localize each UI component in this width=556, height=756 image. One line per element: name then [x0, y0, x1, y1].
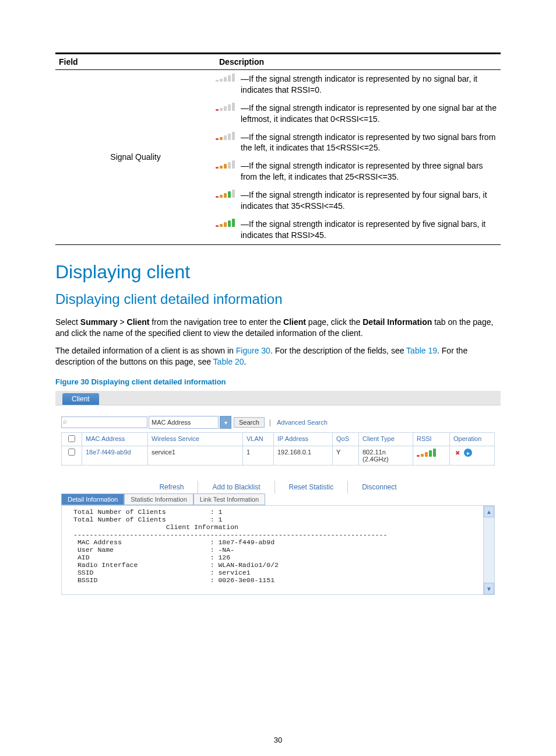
signal-text-1: —If the signal strength indicator is rep…	[241, 103, 501, 125]
col-vlan[interactable]: VLAN	[243, 433, 274, 446]
tab-detail-information[interactable]: Detail Information	[61, 494, 124, 505]
signal-item-1: —If the signal strength indicator is rep…	[216, 103, 501, 125]
detail-text: Total Number of Clients : 1 Total Number…	[62, 506, 494, 594]
page-number: 30	[0, 736, 556, 744]
cell-vlan: 1	[243, 446, 274, 465]
disconnect-icon[interactable]	[453, 449, 462, 457]
signal-bars-4-icon	[216, 190, 235, 198]
nav-client: Client	[127, 317, 150, 327]
cell-operation	[450, 446, 494, 465]
paragraph-1: Select Summary > Client from the navigat…	[55, 317, 501, 340]
signal-bars-5-icon	[216, 219, 235, 227]
scrollbar[interactable]: ▲ ▼	[483, 506, 494, 594]
chevron-down-icon[interactable]: ▾	[220, 416, 231, 429]
signal-item-5: —If the signal strength indicator is rep…	[216, 219, 501, 241]
add-blacklist-button[interactable]: Add to Blacklist	[198, 481, 275, 494]
tab-link-test-information[interactable]: Link Test Information	[193, 494, 265, 505]
signal-item-0: —If the signal strength indicator is rep…	[216, 74, 501, 96]
table-row: 18e7-f449-ab9d service1 1 192.168.0.1 Y …	[62, 446, 494, 465]
section-heading: Displaying client	[55, 261, 501, 283]
row-checkbox[interactable]	[62, 446, 82, 465]
cell-qos: Y	[333, 446, 359, 465]
signal-text-3: —If the signal strength indicator is rep…	[241, 160, 501, 183]
signal-text-5: —If the signal strength indicator is rep…	[241, 219, 501, 241]
tab-client[interactable]: Client	[62, 393, 99, 405]
signal-bars-3-icon	[216, 160, 235, 169]
col-wireless-service[interactable]: Wireless Service	[148, 433, 243, 446]
client-window: Client MAC Address ▾ Search | Advanced S…	[55, 391, 501, 595]
col-rssi[interactable]: RSSI	[413, 433, 450, 446]
signal-bars-0-icon	[216, 74, 235, 82]
col-mac[interactable]: MAC Address	[82, 433, 148, 446]
signal-bars-2-icon	[216, 132, 235, 140]
cell-ws: service1	[148, 446, 243, 465]
cell-client-type: 802.11n (2.4GHz)	[359, 446, 413, 465]
figure-caption: Figure 30 Displaying client detailed inf…	[55, 377, 501, 386]
signal-item-2: —If the signal strength indicator is rep…	[216, 132, 501, 154]
header-desc: Description	[219, 57, 501, 66]
col-ip[interactable]: IP Address	[274, 433, 333, 446]
signal-quality-row: Signal Quality —If the signal strength i…	[55, 70, 501, 245]
action-button-row: Refresh Add to Blacklist Reset Statistic…	[55, 481, 501, 494]
select-all-checkbox[interactable]	[62, 433, 82, 446]
signal-item-4: —If the signal strength indicator is rep…	[216, 190, 501, 212]
search-row: MAC Address ▾ Search | Advanced Search	[61, 416, 495, 429]
rssi-bars-icon	[417, 449, 436, 457]
reset-statistic-button[interactable]: Reset Statistic	[275, 481, 349, 494]
table-19-link[interactable]: Table 19	[406, 346, 437, 355]
scroll-down-icon[interactable]: ▼	[484, 583, 494, 594]
subsection-heading: Displaying client detailed information	[55, 291, 501, 307]
col-qos[interactable]: QoS	[333, 433, 359, 446]
scroll-up-icon[interactable]: ▲	[484, 506, 494, 517]
cell-ip: 192.168.0.1	[274, 446, 333, 465]
signal-item-3: —If the signal strength indicator is rep…	[216, 160, 501, 183]
advanced-search-link[interactable]: Advanced Search	[277, 419, 328, 426]
figure-30-link[interactable]: Figure 30	[236, 346, 270, 355]
table-20-link[interactable]: Table 20	[213, 357, 244, 366]
window-tabbar: Client	[55, 391, 501, 405]
signal-text-4: —If the signal strength indicator is rep…	[241, 190, 501, 212]
page-client: Client	[283, 317, 306, 327]
row-label: Signal Quality	[55, 74, 216, 241]
table-header-row: MAC Address Wireless Service VLAN IP Add…	[62, 433, 494, 446]
paragraph-2: The detailed information of a client is …	[55, 345, 501, 368]
client-table: MAC Address Wireless Service VLAN IP Add…	[61, 432, 495, 466]
detail-icon[interactable]	[464, 449, 472, 457]
signal-bars-1-icon	[216, 103, 235, 111]
signal-text-2: —If the signal strength indicator is rep…	[241, 132, 501, 154]
search-input[interactable]	[61, 416, 147, 428]
tab-statistic-information[interactable]: Statistic Information	[124, 494, 193, 505]
search-button[interactable]: Search	[234, 417, 265, 428]
col-operation[interactable]: Operation	[450, 433, 494, 446]
nav-summary: Summary	[80, 317, 118, 327]
mac-link[interactable]: 18e7-f449-ab9d	[86, 449, 131, 456]
disconnect-button[interactable]: Disconnect	[348, 481, 410, 494]
detail-panel: Total Number of Clients : 1 Total Number…	[61, 505, 495, 595]
tab-detail-info: Detail Information	[363, 317, 432, 327]
field-desc-header: Field Description	[55, 52, 501, 70]
cell-rssi	[413, 446, 450, 465]
search-field-select[interactable]: MAC Address	[149, 416, 219, 429]
col-client-type[interactable]: Client Type	[359, 433, 413, 446]
refresh-button[interactable]: Refresh	[145, 481, 198, 494]
header-field: Field	[55, 57, 219, 66]
detail-tabs: Detail Information Statistic Information…	[61, 494, 495, 505]
signal-text-0: —If the signal strength indicator is rep…	[241, 74, 501, 96]
